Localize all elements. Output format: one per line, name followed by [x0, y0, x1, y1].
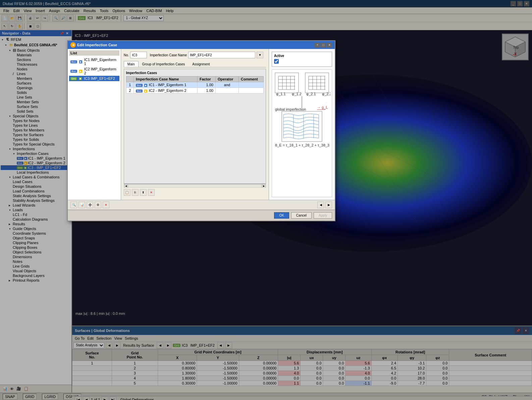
modal-close-btn[interactable]: ✕ [327, 43, 332, 47]
copy-row-btn[interactable]: ⎘ [132, 189, 139, 196]
th-imp-name: Imperfection Case Name [134, 76, 198, 82]
row2-color: ■ [144, 90, 147, 93]
row2-comment [239, 88, 264, 94]
active-checkbox[interactable] [274, 59, 279, 64]
tab-group[interactable]: Group of Imperfection Cases [139, 61, 189, 67]
imperfection-cases-table: Imperfection Case Name Factor Operator C… [126, 76, 264, 94]
modal-delete-btn[interactable]: ✕ [103, 202, 109, 208]
insert-row-btn[interactable]: ⬆ [140, 189, 147, 196]
list-item-ic2[interactable]: Buc ■ IC2 IMP_Eigenform 2 [69, 66, 119, 76]
modal-buttons: OK Cancel Apply [68, 210, 335, 221]
ic3-list-badge: Gro [70, 77, 77, 80]
modal-bottom-toolbar: 🔍 📊 ➕ ⚙ ✕ ◀ ▶ [68, 200, 335, 210]
name-field: Imperfection Case Name ▼ [150, 52, 263, 58]
ic1-list-label: IC1 IMP_Eigenform 1 [84, 58, 118, 66]
row1-factor: 1.00 [197, 82, 215, 88]
row2-name: Buc ■ IC2 - IMP_Eigenform 2 [134, 88, 198, 94]
ic1-list-color: ■ [79, 60, 82, 63]
modal-footer-toolbar: 📋 ⎘ ⬆ ✕ [124, 188, 266, 197]
th-factor: Factor [197, 76, 215, 82]
ic3-list-label: IC3 IMP_EF1+EF2 [84, 76, 115, 80]
modal-title-buttons: ? □ ✕ [315, 43, 332, 47]
active-section-title: Active [274, 54, 330, 58]
modal-left-tools: 🔍 📊 ➕ ⚙ ✕ [70, 202, 109, 208]
row1-badge: Buc [136, 84, 143, 87]
modal-fields-row: No. Imperfection Case Name ▼ [124, 52, 266, 58]
scroll-right-btn[interactable]: ▶ [262, 184, 265, 188]
no-label: No. [124, 53, 129, 57]
row2-factor: 1.00 [197, 88, 215, 94]
modal-title-bar: ⚙ Edit Imperfection Case ? □ ✕ [68, 41, 335, 49]
svg-text:φ_1.1: φ_1.1 [276, 92, 286, 96]
modal-tab-panel: Imperfection Cases Imperfection Case Nam… [124, 69, 266, 184]
modal-right-tools: ◀ ▶ [317, 202, 332, 208]
imperfection-svg: φ_1.1 φ_1.2 [273, 71, 330, 172]
no-field: No. [124, 52, 147, 58]
modal-tool-right-1[interactable]: ◀ [317, 202, 324, 208]
row2-no: 2 [126, 88, 134, 94]
no-input[interactable] [130, 52, 147, 58]
imperfection-cases-scroll[interactable]: Imperfection Case Name Factor Operator C… [126, 76, 264, 94]
cancel-button[interactable]: Cancel [291, 212, 312, 219]
table-row-2[interactable]: 2 Buc ■ IC2 - IMP_Eigenform 2 1.00 [126, 88, 263, 94]
th-imp-comment: Comment [239, 76, 264, 82]
add-row-btn[interactable]: 📋 [124, 189, 130, 196]
name-dropdown-btn[interactable]: ▼ [257, 52, 263, 58]
row2-name-label: IC2 - IMP_Eigenform 2 [149, 89, 187, 93]
imperfection-diagram: φ_1.1 φ_1.2 [272, 69, 332, 197]
ic2-list-label: IC2 IMP_Eigenform 2 [84, 67, 118, 75]
row1-name-label: IC1 - IMP_Eigenform 1 [149, 83, 187, 87]
svg-text:φ_2.1: φ_2.1 [306, 92, 316, 96]
active-section: Active [272, 52, 332, 67]
name-field-label: Imperfection Case Name [150, 53, 187, 57]
delete-row-btn[interactable]: ✕ [148, 189, 155, 196]
svg-text:θ_E = τ_1θ_1 + τ_2θ_2 + τ_3θ_3: θ_E = τ_1θ_1 + τ_2θ_2 + τ_3θ_3 + τ_4θ_4 [275, 143, 330, 147]
modal-overlay: ⚙ Edit Imperfection Case ? □ ✕ List Buc … [0, 0, 532, 400]
svg-text:global imperfection: global imperfection [275, 107, 306, 111]
row2-badge: Buc [136, 90, 143, 93]
ic2-list-badge: Buc [70, 70, 77, 73]
modal-tool-right-2[interactable]: ▶ [325, 202, 332, 208]
modal-tool-4[interactable]: ⚙ [95, 202, 101, 208]
modal-tool-3[interactable]: ➕ [87, 202, 93, 208]
ok-button[interactable]: OK [274, 212, 289, 219]
th-operator: Operator [216, 76, 239, 82]
th-no [126, 76, 134, 82]
modal-right-panel: Active [269, 49, 335, 200]
modal-tool-1[interactable]: 🔍 [70, 202, 77, 208]
modal-title-icon: ⚙ [70, 42, 76, 48]
modal-title-text: Edit Imperfection Case [77, 43, 117, 47]
modal-list-header: List [69, 50, 119, 56]
svg-text:→ g_L: → g_L [317, 105, 328, 109]
row1-no: 1 [126, 82, 134, 88]
ic2-list-color: ■ [79, 70, 82, 73]
modal-title-content: ⚙ Edit Imperfection Case [70, 42, 117, 48]
row1-name: Buc ■ IC1 - IMP_Eigenform 1 [134, 82, 198, 88]
modal-help-btn[interactable]: ? [315, 43, 320, 47]
edit-imperfection-modal: ⚙ Edit Imperfection Case ? □ ✕ List Buc … [67, 40, 335, 221]
scroll-left-btn[interactable]: ◀ [124, 184, 128, 188]
table-row-1[interactable]: 1 Buc ■ IC1 - IMP_Eigenform 1 1.00 and [126, 82, 263, 88]
list-item-ic3[interactable]: Gro ■ IC3 IMP_EF1+EF2 [69, 76, 119, 81]
horizontal-scrollbar[interactable]: ◀ ▶ [124, 184, 266, 188]
modal-tool-2[interactable]: 📊 [78, 202, 85, 208]
tab-main[interactable]: Main [124, 61, 139, 67]
ic3-list-color: ■ [79, 77, 82, 80]
scroll-track [128, 185, 261, 187]
modal-main-content: No. Imperfection Case Name ▼ Main [121, 49, 269, 200]
svg-text:φ_1.2: φ_1.2 [292, 92, 302, 96]
row1-comment [239, 82, 264, 88]
tab-assignment[interactable]: Assignment [189, 61, 213, 67]
row1-operator: and [216, 82, 239, 88]
ic1-list-badge: Buc [70, 60, 77, 63]
row1-color: ■ [144, 84, 147, 87]
modal-maximize-btn[interactable]: □ [321, 43, 326, 47]
row2-operator [216, 88, 239, 94]
name-input[interactable] [188, 52, 255, 58]
list-item-ic1[interactable]: Buc ■ IC1 IMP_Eigenform 1 [69, 57, 119, 66]
modal-list-panel: List Buc ■ IC1 IMP_Eigenform 1 Buc ■ IC2… [68, 49, 121, 200]
apply-button[interactable]: Apply [314, 212, 332, 219]
modal-tabs: Main Group of Imperfection Cases Assignm… [124, 61, 266, 67]
imperfection-cases-title: Imperfection Cases [126, 71, 264, 75]
modal-body: List Buc ■ IC1 IMP_Eigenform 1 Buc ■ IC2… [68, 49, 335, 200]
